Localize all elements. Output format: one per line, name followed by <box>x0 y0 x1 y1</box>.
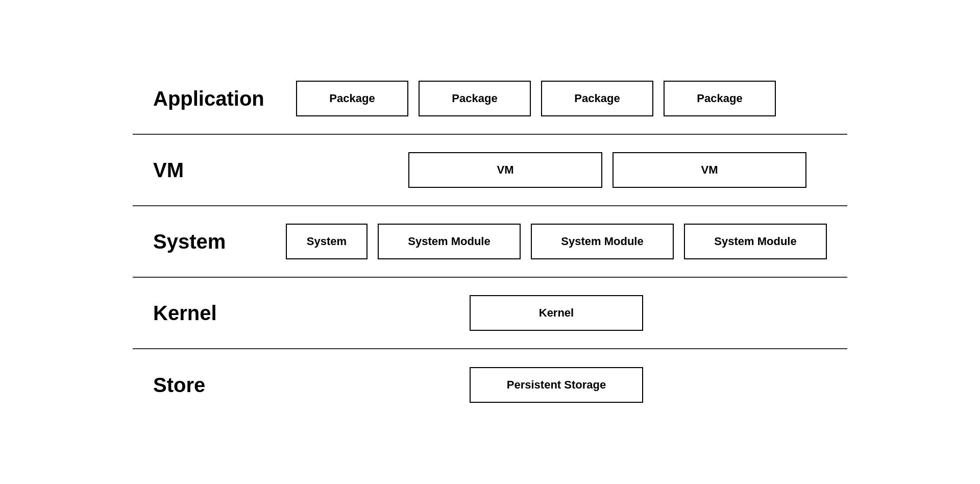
layer-application: Application Package Package Package Pack… <box>133 63 847 135</box>
layer-system-label: System <box>153 230 286 253</box>
box-system-module-2: System Module <box>531 224 674 259</box>
layer-application-label: Application <box>153 87 286 110</box>
layer-kernel-label: Kernel <box>153 302 286 325</box>
box-kernel: Kernel <box>470 295 643 331</box>
layer-store: Store Persistent Storage <box>133 349 847 421</box>
box-persistent-storage: Persistent Storage <box>470 367 643 403</box>
layer-kernel-content: Kernel <box>286 295 827 331</box>
box-package-1: Package <box>296 81 408 116</box>
layer-system: System System System Module System Modul… <box>133 206 847 278</box>
layer-system-content: System System Module System Module Syste… <box>286 224 827 259</box>
box-package-3: Package <box>541 81 653 116</box>
layer-vm: VM VM VM <box>133 135 847 206</box>
layer-store-label: Store <box>153 374 286 397</box>
layer-vm-label: VM <box>153 159 286 182</box>
box-package-4: Package <box>664 81 776 116</box>
layer-application-content: Package Package Package Package <box>286 81 827 116</box>
layer-vm-content: VM VM <box>286 152 827 188</box>
box-package-2: Package <box>419 81 531 116</box>
box-vm-1: VM <box>408 152 602 188</box>
layer-store-content: Persistent Storage <box>286 367 827 403</box>
box-system-1: System <box>286 224 368 259</box>
box-system-module-1: System Module <box>378 224 521 259</box>
layer-kernel: Kernel Kernel <box>133 278 847 349</box>
box-system-module-3: System Module <box>684 224 827 259</box>
architecture-diagram: Application Package Package Package Pack… <box>133 63 847 421</box>
box-vm-2: VM <box>612 152 806 188</box>
